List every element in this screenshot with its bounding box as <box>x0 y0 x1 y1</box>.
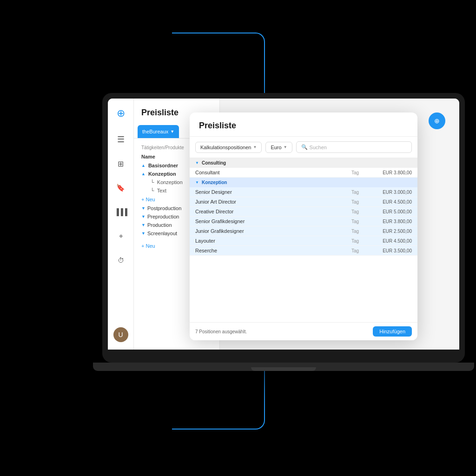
laptop-frame: ⊕ ☰ ⊞ 🔖 ▐▐▐ ⌖ ⏱ U Preisliste theBureaux … <box>102 93 465 363</box>
group-arrow: ▼ <box>141 231 145 236</box>
section-arrow: ▼ <box>195 180 199 185</box>
modal-content: ▼ Consulting Consultant Tag EUR 3.800,00… <box>190 158 417 339</box>
tag-icon[interactable]: 🔖 <box>113 180 128 195</box>
row-junior-grafikdesigner[interactable]: Junior Grafikdesigner Tag EUR 2.500,00 <box>190 226 417 236</box>
modal-preisliste: Preisliste Kalkulationspositionen ▼ Euro… <box>190 112 417 340</box>
tree-arrow: ▲ <box>141 163 145 168</box>
modal-top-icon[interactable]: ⊕ <box>429 112 445 129</box>
pin-icon[interactable]: ⌖ <box>113 229 128 244</box>
modal-title: Preisliste <box>199 121 408 131</box>
group-arrow: ▼ <box>141 206 145 211</box>
modal-header: Preisliste <box>190 112 417 137</box>
row-senior-designer[interactable]: Senior Designer Tag EUR 3.000,00 <box>190 187 417 197</box>
avatar[interactable]: U <box>113 327 128 342</box>
row-reserche[interactable]: Reserche Tag EUR 3.500,00 <box>190 246 417 256</box>
row-junior-art-director[interactable]: Junior Art Director Tag EUR 4.500,00 <box>190 197 417 207</box>
logo-icon[interactable]: ⊕ <box>113 106 128 121</box>
sidebar: ⊕ ☰ ⊞ 🔖 ▐▐▐ ⌖ ⏱ U <box>108 99 134 350</box>
section-consulting[interactable]: ▼ Consulting <box>190 158 417 168</box>
kalkulationspositionen-dropdown[interactable]: Kalkulationspositionen ▼ <box>195 142 262 153</box>
dropdown-caret: ▼ <box>253 145 257 149</box>
row-layouter[interactable]: Layouter Tag EUR 4.500,00 <box>190 236 417 246</box>
row-senior-grafikdesigner[interactable]: Senior Grafikdesigner Tag EUR 3.800,00 <box>190 217 417 226</box>
section-konzeption[interactable]: ▼ Konzeption <box>190 178 417 187</box>
dropdown-caret: ▼ <box>284 145 287 149</box>
clock-icon[interactable]: ⏱ <box>113 253 128 268</box>
search-icon: 🔍 <box>301 144 308 150</box>
menu-icon[interactable]: ☰ <box>113 132 128 147</box>
tab-chevron: ▼ <box>170 129 174 134</box>
search-box[interactable]: 🔍 Suchen <box>296 141 412 153</box>
grid-icon[interactable]: ⊞ <box>113 156 128 171</box>
add-button[interactable]: Hinzufügen <box>373 326 412 337</box>
laptop-screen: ⊕ ☰ ⊞ 🔖 ▐▐▐ ⌖ ⏱ U Preisliste theBureaux … <box>108 99 459 350</box>
laptop-notch <box>251 367 316 371</box>
chart-icon[interactable]: ▐▐▐ <box>113 205 128 219</box>
row-consultant[interactable]: Consultant Tag EUR 3.800,00 <box>190 168 417 178</box>
selected-count: 7 Positionen ausgewählt. <box>195 329 247 334</box>
group-arrow: ▼ <box>141 223 145 227</box>
modal-toolbar: Kalkulationspositionen ▼ Euro ▼ 🔍 Suchen <box>190 137 417 158</box>
modal-footer: 7 Positionen ausgewählt. Hinzufügen <box>190 322 417 340</box>
main-content: Preisliste theBureaux ▼ Tätigkeiten/Prod… <box>134 99 459 350</box>
tree-arrow: ▲ <box>141 172 145 176</box>
tab-thebureaux[interactable]: theBureaux ▼ <box>138 125 179 138</box>
icon-symbol: ⊕ <box>434 117 440 125</box>
section-arrow: ▼ <box>195 161 199 165</box>
group-arrow: ▼ <box>141 214 145 219</box>
row-creative-director[interactable]: Creative Director Tag EUR 5.000,00 <box>190 207 417 217</box>
euro-dropdown[interactable]: Euro ▼ <box>265 142 292 153</box>
modal-table: ▼ Consulting Consultant Tag EUR 3.800,00… <box>190 158 417 256</box>
